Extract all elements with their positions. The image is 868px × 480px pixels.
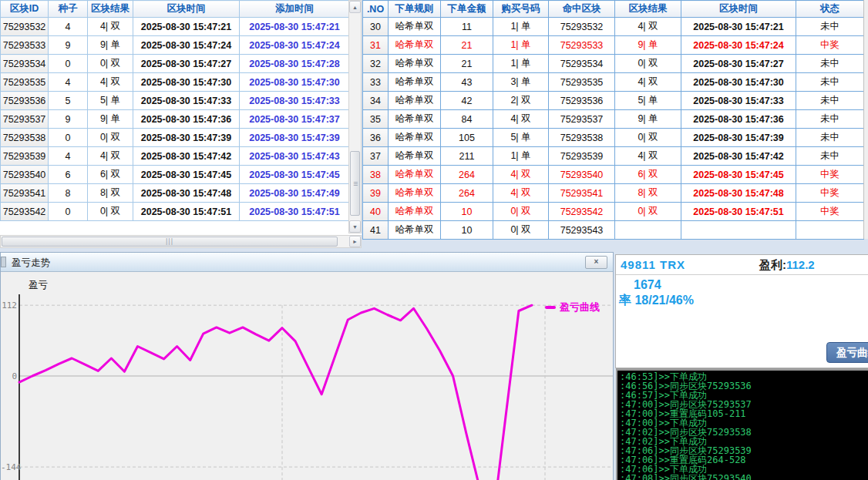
table-row[interactable]: 7529353799| 单2025-08-30 15:47:362025-08-… — [1, 110, 350, 129]
table-cell: 0| 双 — [88, 129, 133, 147]
table-header-row: .NO下单规则下单金额购买号码命中区块区块结果区块时间状态 — [363, 1, 864, 18]
table-row[interactable]: 38哈希单双2644| 双752935406| 双2025-08-30 15:4… — [363, 166, 864, 184]
column-header[interactable]: 状态 — [796, 1, 864, 18]
table-cell: 2025-08-30 15:47:21 — [133, 18, 240, 36]
table-cell: 4| 双 — [88, 147, 133, 166]
table-cell: 38 — [363, 166, 389, 184]
table-cell: 1| 单 — [493, 147, 549, 166]
table-row[interactable]: 39哈希单双2644| 双752935418| 双2025-08-30 15:4… — [363, 184, 864, 203]
table-cell: 2025-08-30 15:47:36 — [133, 110, 240, 129]
table-cell: 9 — [49, 36, 88, 55]
table-cell: 4| 双 — [493, 184, 549, 203]
table-cell: 2025-08-30 15:47:33 — [133, 92, 240, 110]
table-cell: 75293539 — [1, 147, 49, 166]
table-cell: 0 — [49, 203, 88, 221]
column-header[interactable]: 命中区块 — [549, 1, 615, 18]
table-cell: 75293543 — [549, 221, 615, 240]
table-cell: 2025-08-30 15:47:42 — [133, 147, 240, 166]
table-cell: 8| 双 — [615, 184, 681, 203]
table-cell: 36 — [363, 129, 389, 147]
table-cell: 21 — [441, 55, 493, 73]
scroll-right-arrow[interactable]: ► — [349, 236, 361, 247]
table-cell: 中奖 — [796, 184, 864, 203]
table-cell: 75293542 — [549, 203, 615, 221]
column-header[interactable]: 下单金额 — [441, 1, 493, 18]
table-row[interactable]: 7529353399| 单2025-08-30 15:47:242025-08-… — [1, 36, 350, 55]
table-cell: 2025-08-30 15:47:45 — [681, 166, 796, 184]
table-cell: 2025-08-30 15:47:24 — [133, 36, 240, 55]
table-cell: 211 — [441, 147, 493, 166]
table-cell: 2025-08-30 15:47:43 — [240, 147, 350, 166]
table-cell: 4| 双 — [88, 73, 133, 92]
orders-table-panel: .NO下单规则下单金额购买号码命中区块区块结果区块时间状态 30哈希单双111|… — [362, 0, 868, 239]
chart-window-titlebar[interactable]: 盈亏走势 × — [1, 253, 613, 272]
table-row[interactable]: 41哈希单双100| 双75293543 — [363, 221, 864, 240]
table-cell: 5| 单 — [88, 92, 133, 110]
table-row[interactable]: 36哈希单双1055| 单752935380| 双2025-08-30 15:4… — [363, 129, 864, 147]
column-header[interactable]: 添加时间 — [240, 1, 350, 18]
table-cell: 0| 双 — [88, 55, 133, 73]
scroll-down-arrow[interactable]: ▼ — [349, 220, 361, 233]
column-header[interactable]: 区块时间 — [681, 1, 796, 18]
table-row[interactable]: 7529353800| 双2025-08-30 15:47:392025-08-… — [1, 129, 350, 147]
table-row[interactable]: 32哈希单双211| 单752935340| 双2025-08-30 15:47… — [363, 55, 864, 73]
table-cell: 2025-08-30 15:47:30 — [240, 73, 350, 92]
table-cell: 75293536 — [549, 92, 615, 110]
table-header-row: 区块ID种子区块结果区块时间添加时间 — [1, 1, 350, 18]
scrollbar-thumb[interactable]: ||| — [2, 237, 338, 247]
table-row[interactable]: 31哈希单双211| 单752935339| 单2025-08-30 15:47… — [363, 36, 864, 55]
profit-curve-button[interactable]: 盈亏曲线 — [826, 342, 868, 363]
table-cell: 75293535 — [549, 73, 615, 92]
table-cell: 哈希单双 — [389, 221, 441, 240]
table-cell: 4 — [49, 147, 88, 166]
table-row[interactable]: 7529354200| 双2025-08-30 15:47:512025-08-… — [1, 203, 350, 221]
table-row[interactable]: 35哈希单双844| 双752935379| 单2025-08-30 15:47… — [363, 110, 864, 129]
scrollbar-thumb[interactable]: ☰ — [350, 151, 360, 216]
table-row[interactable]: 7529353400| 双2025-08-30 15:47:272025-08-… — [1, 55, 350, 73]
table-row[interactable]: 7529353655| 单2025-08-30 15:47:332025-08-… — [1, 92, 350, 110]
table-cell: 哈希单双 — [389, 18, 441, 36]
table-row[interactable]: 33哈希单双433| 单752935354| 双2025-08-30 15:47… — [363, 73, 864, 92]
table-cell: 5| 单 — [615, 92, 681, 110]
column-header[interactable]: 区块ID — [1, 1, 49, 18]
column-header[interactable]: 区块结果 — [88, 1, 133, 18]
window-icon — [1, 257, 6, 267]
table-cell: 41 — [363, 221, 389, 240]
column-header[interactable]: 种子 — [49, 1, 88, 18]
table-cell: 4| 双 — [615, 73, 681, 92]
table-cell: 2025-08-30 15:47:39 — [681, 129, 796, 147]
column-header[interactable]: 下单规则 — [389, 1, 441, 18]
orders-vertical-scrollbar[interactable] — [863, 0, 868, 239]
table-cell: 哈希单双 — [389, 166, 441, 184]
table-cell: 0| 双 — [615, 55, 681, 73]
column-header[interactable]: 区块结果 — [615, 1, 681, 18]
table-row[interactable]: 34哈希单双422| 双752935365| 单2025-08-30 15:47… — [363, 92, 864, 110]
profit-chart-window: 盈亏走势 × 盈亏 盈亏曲线 1120-144 — [0, 252, 614, 480]
table-row[interactable]: 40哈希单双100| 双752935420| 双2025-08-30 15:47… — [363, 203, 864, 221]
table-row[interactable]: 7529353944| 双2025-08-30 15:47:422025-08-… — [1, 147, 350, 166]
table-row[interactable]: 30哈希单双111| 单752935324| 双2025-08-30 15:47… — [363, 18, 864, 36]
table-row[interactable]: 7529353244| 双2025-08-30 15:47:212025-08-… — [1, 18, 350, 36]
table-cell: 9| 单 — [88, 36, 133, 55]
table-cell: 4 — [49, 18, 88, 36]
blocks-horizontal-scrollbar[interactable]: ||| ► — [0, 235, 362, 248]
table-cell: 4| 双 — [615, 18, 681, 36]
column-header[interactable]: 区块时间 — [133, 1, 240, 18]
table-row[interactable]: 7529354066| 双2025-08-30 15:47:452025-08-… — [1, 166, 350, 184]
scroll-up-arrow[interactable]: ▲ — [349, 1, 361, 13]
column-header[interactable]: 购买号码 — [493, 1, 549, 18]
blocks-vertical-scrollbar[interactable]: ▲ ☰ ▼ — [348, 0, 362, 233]
log-line: :47:08]>>同步区块75293540 — [620, 474, 868, 480]
win-rate-value: 率 18/21/46% — [619, 293, 694, 309]
table-cell: 4| 双 — [493, 166, 549, 184]
table-row[interactable]: 7529353544| 双2025-08-30 15:47:302025-08-… — [1, 73, 350, 92]
table-row[interactable]: 7529354188| 双2025-08-30 15:47:482025-08-… — [1, 184, 350, 203]
table-cell: 2025-08-30 15:47:21 — [681, 18, 796, 36]
close-icon[interactable]: × — [585, 256, 607, 269]
column-header[interactable]: .NO — [363, 1, 389, 18]
table-cell: 2025-08-30 15:47:51 — [681, 203, 796, 221]
table-cell: 0| 双 — [615, 129, 681, 147]
profit-line-chart — [1, 273, 613, 480]
table-row[interactable]: 37哈希单双2111| 单752935394| 双2025-08-30 15:4… — [363, 147, 864, 166]
y-axis-tick: -144 — [1, 462, 17, 472]
